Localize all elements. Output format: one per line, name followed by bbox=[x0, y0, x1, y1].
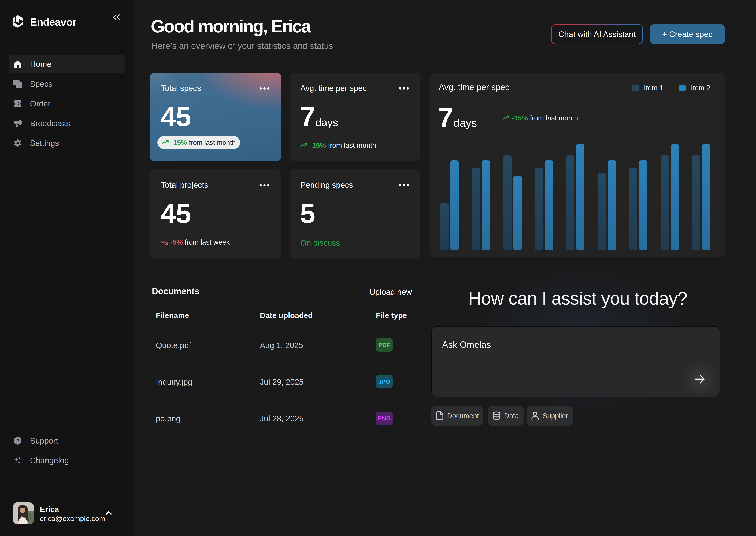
svg-text:?: ? bbox=[16, 438, 19, 443]
